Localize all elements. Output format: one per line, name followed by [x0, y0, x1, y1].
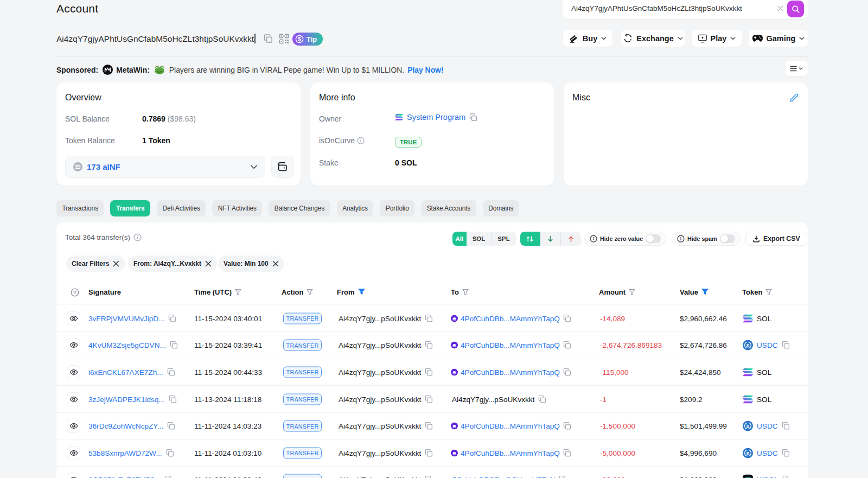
svg-text:$: $ — [746, 450, 750, 456]
svg-text:?: ? — [73, 290, 76, 295]
svg-text:$: $ — [298, 36, 301, 42]
svg-text:$: $ — [746, 423, 750, 429]
svg-text:$: $ — [746, 342, 750, 348]
